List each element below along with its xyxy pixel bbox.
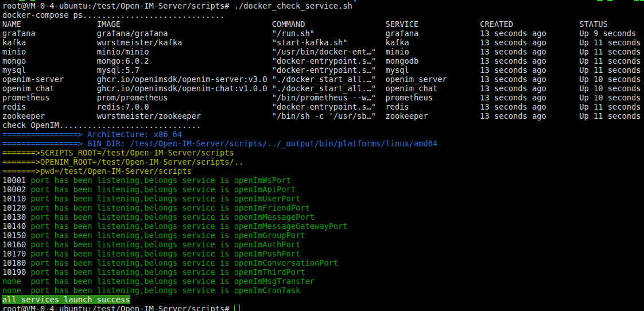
port-service-name: openImCronTask [234, 286, 300, 295]
docker-compose-ps-line: docker-compose ps.......................… [2, 10, 644, 20]
cell-service: grafana [385, 29, 418, 38]
port-check-line: 10140 port has been listening,belongs se… [2, 221, 644, 231]
shell-prompt: root@VM-0-4-ubuntu:/test/Open-IM-Server/… [2, 1, 230, 10]
cell-status: Up 11 seconds [579, 102, 641, 111]
cell-image: ghcr.io/openimsdk/openim-server:v3.0 [97, 75, 267, 84]
port-message: port has been listening,belongs service … [30, 185, 234, 194]
cell-command: "./docker_start_all.…" [272, 75, 376, 84]
port-number: 10150 [2, 231, 30, 240]
cell-command: "/usr/bin/docker-ent…" [272, 47, 376, 56]
port-check-line: 10130 port has been listening,belongs se… [2, 212, 644, 221]
port-number: 10160 [2, 240, 30, 249]
port-check-line: 10110 port has been listening,belongs se… [2, 194, 644, 203]
cell-image: wurstmeister/zookeeper [97, 111, 201, 120]
env-info-lines: ================> Architecture: x86_64==… [2, 130, 644, 176]
table-row: zookeeperwurstmeister/zookeeper"/bin/sh … [2, 111, 644, 120]
port-number: 10110 [2, 194, 30, 203]
env-line: ================> Architecture: x86_64 [2, 130, 644, 139]
cell-image: minio/minio [97, 47, 149, 56]
env-line: =======>OPENIM_ROOT=/test/Open-IM-Server… [2, 157, 644, 166]
cell-created: 13 seconds ago [480, 111, 546, 120]
port-service-name: openImFriendPort [234, 203, 310, 212]
port-service-name: openImThirdPort [234, 267, 305, 277]
table-row: redisredis:7.0.0"docker-entrypoint.s…"re… [2, 102, 644, 111]
cell-command: "/bin/sh -c '/usr/sb…" [272, 111, 376, 120]
column-header: COMMAND [272, 20, 305, 29]
cell-image: wurstmeister/kafka [97, 38, 182, 47]
cell-service: openim_chat [385, 84, 437, 93]
port-number: none [2, 277, 30, 286]
port-message: port has been listening,belongs service … [30, 221, 234, 231]
port-check-line: 10160 port has been listening,belongs se… [2, 240, 644, 249]
table-row: mongomongo:6.0.2"docker-entrypoint.s…"mo… [2, 56, 644, 65]
port-check-line: none port has been listening,belongs ser… [2, 286, 644, 295]
port-number: 10002 [2, 185, 30, 194]
shell-prompt: root@VM-0-4-ubuntu:/test/Open-IM-Server/… [2, 304, 230, 311]
scroll-artifact [30, 0, 35, 1]
scroll-artifact [354, 0, 356, 2]
port-number: 10130 [2, 212, 30, 221]
port-message: port has been listening,belongs service … [30, 203, 234, 212]
port-message: port has been listening,belongs service … [30, 267, 234, 277]
port-number: 10140 [2, 221, 30, 231]
success-badge: all services launch success [2, 295, 130, 304]
column-header: STATUS [579, 20, 607, 29]
cell-image: redis:7.0.0 [97, 102, 149, 111]
cell-name: minio [2, 47, 26, 56]
prompt-line-top: root@VM-0-4-ubuntu:/test/Open-IM-Server/… [2, 1, 644, 10]
port-check-line: 10001 port has been listening,belongs se… [2, 176, 644, 185]
scroll-artifact [19, 0, 25, 1]
cell-service: redis [385, 102, 409, 111]
cell-created: 13 seconds ago [480, 56, 546, 65]
cell-name: prometheus [2, 93, 49, 102]
port-message: port has been listening,belongs service … [30, 231, 234, 240]
table-row: prometheusprom/prometheus"/bin/prometheu… [2, 93, 644, 102]
cell-command: "/bin/prometheus --w…" [272, 93, 376, 102]
cell-status: Up 10 seconds [579, 75, 641, 84]
port-service-name: openImMessagePort [234, 212, 315, 221]
port-service-name: openImPushPort [234, 249, 300, 258]
terminal-screen[interactable]: root@VM-0-4-ubuntu:/test/Open-IM-Server/… [0, 0, 644, 311]
cell-name: openim-server [2, 75, 64, 84]
port-check-line: 10002 port has been listening,belongs se… [2, 185, 644, 194]
docker-table: NAMEIMAGECOMMANDSERVICECREATEDSTATUS gra… [2, 20, 644, 120]
cell-service: mongodb [385, 56, 418, 65]
cell-name: zookeeper [2, 111, 45, 120]
scroll-artifact [607, 0, 612, 1]
port-check-lines: 10001 port has been listening,belongs se… [2, 176, 644, 295]
cell-created: 13 seconds ago [480, 93, 546, 102]
port-service-name: openImMsgTransfer [234, 277, 315, 286]
table-row: kafkawurstmeister/kafka"start-kafka.sh"k… [2, 38, 644, 47]
cell-name: openim_chat [2, 84, 55, 93]
cell-created: 13 seconds ago [480, 65, 546, 75]
success-line: all services launch success [2, 295, 644, 304]
cell-service: kafka [385, 38, 409, 47]
port-service-name: openImConversationPort [234, 258, 338, 267]
table-row: mysqlmysql:5.7"docker-entrypoint.s…"mysq… [2, 65, 644, 75]
table-row: grafanagrafana/grafana"/run.sh"grafana13… [2, 29, 644, 38]
executed-command: ./docker_check_service.sh [234, 1, 352, 10]
cell-created: 13 seconds ago [480, 38, 546, 47]
cell-command: "./docker_start_all.…" [272, 84, 376, 93]
env-line: ================> BIN_DIR: /test/Open-IM… [2, 139, 644, 148]
cell-image: mysql:5.7 [97, 65, 139, 75]
column-header: IMAGE [97, 20, 121, 29]
cell-name: kafka [2, 38, 26, 47]
scroll-artifact [640, 0, 644, 1]
cell-image: grafana/grafana [97, 29, 168, 38]
port-message: port has been listening,belongs service … [30, 286, 234, 295]
cell-created: 13 seconds ago [480, 102, 546, 111]
cell-name: mysql [2, 65, 26, 75]
port-service-name: openImMessageGatewayPort [234, 221, 348, 231]
port-message: port has been listening,belongs service … [30, 249, 234, 258]
cell-status: Up 10 seconds [579, 84, 641, 93]
cell-command: "docker-entrypoint.s…" [272, 56, 376, 65]
scroll-artifact [634, 0, 639, 1]
port-service-name: openImAuthPort [234, 240, 300, 249]
cell-command: "start-kafka.sh" [272, 38, 348, 47]
env-line: =======>SCRIPTS_ROOT=/test/Open-IM-Serve… [2, 148, 644, 157]
port-message: port has been listening,belongs service … [30, 240, 234, 249]
cell-command: "docker-entrypoint.s…" [272, 102, 376, 111]
table-row: openim_chatghcr.io/openimsdk/openim-chat… [2, 84, 644, 93]
cell-status: Up 11 seconds [579, 38, 641, 47]
